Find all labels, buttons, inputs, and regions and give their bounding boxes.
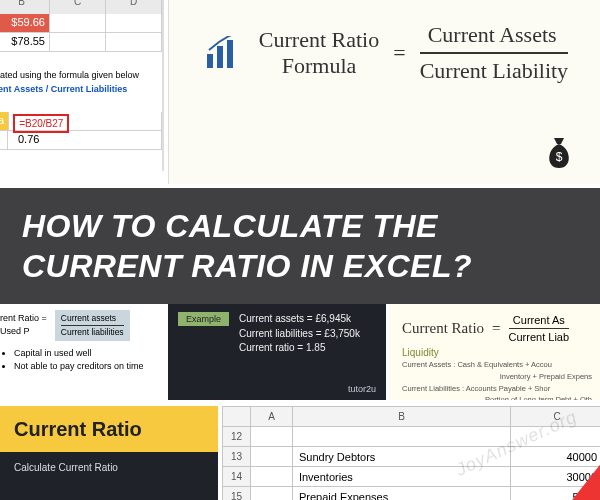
fraction-numerator: Current Assets [420, 22, 568, 54]
headline-text: HOW TO CALCULATE THE CURRENT RATIO IN EX… [22, 206, 578, 286]
label-current-ratio: Current Ratio [402, 320, 484, 337]
list-item: Not able to pay creditors on time [14, 360, 158, 374]
formula-text: ent Assets / Current Liabilities [0, 82, 162, 96]
list-item: Capital in used well [14, 347, 158, 361]
card-title: Current Ratio [14, 418, 142, 441]
col-a: A [251, 407, 293, 427]
table-row: 12 [223, 427, 601, 447]
equals-sign: = [389, 40, 409, 66]
svg-rect-0 [207, 54, 213, 68]
caption-text: lated using the formula given below [0, 68, 162, 82]
small-text: Inventory + Prepaid Expens [402, 372, 592, 382]
col-b: B [292, 407, 510, 427]
table-row: 15 Prepaid Expenses 5000 [223, 487, 601, 501]
col-d: D [106, 0, 162, 14]
tile-bottom-right-excel: A B C 12 13 Sundry Debtors 40000 14 Inve… [222, 406, 600, 500]
money-bag-icon: $ [542, 132, 576, 170]
row-label-a: a [0, 112, 9, 130]
card-caption: Calculate Current Ratio [0, 452, 218, 483]
arrow-icon [564, 465, 600, 500]
result-value: 0.76 [8, 131, 162, 149]
tile-mid-right: Current Ratio = Current As Current Liab … [390, 304, 600, 400]
table-row: 13 Sundry Debtors 40000 [223, 447, 601, 467]
fraction-denominator: Current Liability [420, 54, 568, 84]
tile-mid-left: rent Ratio = Used P Current assets Curre… [0, 304, 164, 400]
bar-chart-icon [205, 36, 249, 70]
svg-rect-1 [217, 46, 223, 68]
tile-bottom-left: Current Ratio Calculate Current Ratio [0, 406, 218, 500]
column-headers: B C D [0, 0, 162, 14]
subheading-liquidity: Liquidity [402, 347, 592, 358]
tile-formula-card: Current RatioFormula = Current Assets Cu… [168, 0, 600, 184]
small-text: Current Assets : Cash & Equivalents + Ac… [402, 360, 592, 370]
formula-title: Current RatioFormula [259, 27, 379, 79]
corner-cell [223, 407, 251, 427]
used-label: Used P [0, 325, 47, 339]
example-text: Current assets = £6,945k Current liabili… [239, 312, 360, 356]
cell-value-1: $59.66 [0, 14, 50, 32]
small-text: Current Liabilities : Accounts Payable +… [402, 384, 592, 394]
col-c: C [50, 0, 106, 14]
tile-excel-top-left: B C D $59.66 $78.55 lated using the form… [0, 0, 164, 171]
excel-table: A B C 12 13 Sundry Debtors 40000 14 Inve… [222, 406, 600, 500]
fraction: Current Assets Current Liability [420, 22, 568, 84]
col-c: C [511, 407, 600, 427]
col-b: B [0, 0, 50, 14]
ratio-label: rent Ratio = [0, 312, 47, 326]
cell-value-2: $78.55 [0, 33, 50, 51]
brand-label: tutor2u [348, 384, 376, 394]
bullet-list: Capital in used well Not able to pay cre… [0, 347, 158, 374]
svg-rect-2 [227, 40, 233, 68]
example-badge: Example [178, 312, 229, 326]
table-row: 14 Inventories 30000 [223, 467, 601, 487]
svg-text:$: $ [556, 150, 563, 164]
mini-fraction: Current assets Current liabilities [55, 310, 130, 341]
small-text: Portion of Long-term Debt + Oth [402, 395, 592, 400]
fraction-right: Current As Current Liab [509, 314, 570, 343]
equals-sign: = [492, 320, 500, 337]
headline-overlay: HOW TO CALCULATE THE CURRENT RATIO IN EX… [0, 188, 600, 304]
tile-mid-center: Example Current assets = £6,945k Current… [168, 304, 386, 400]
